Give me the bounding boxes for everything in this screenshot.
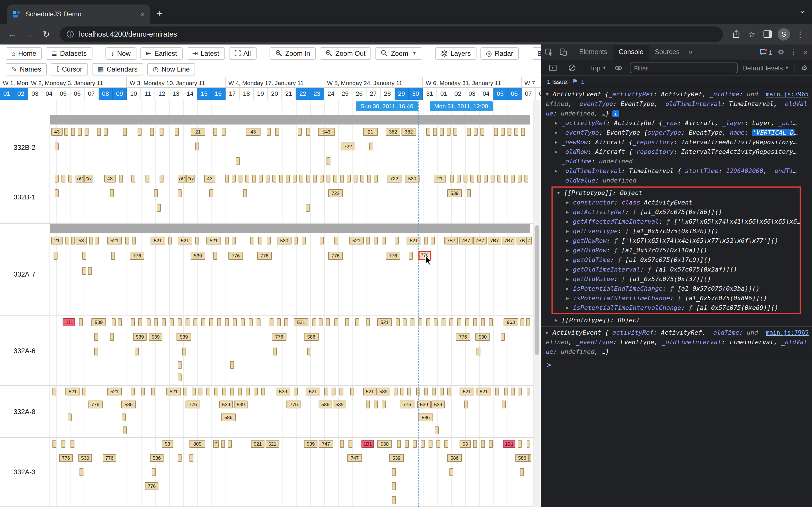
activity-block[interactable]: 543 bbox=[318, 128, 335, 136]
activity-block[interactable]: 521 bbox=[306, 388, 320, 395]
activity-block[interactable]: 530 bbox=[277, 237, 292, 244]
activity-block[interactable] bbox=[221, 128, 225, 136]
activity-block[interactable] bbox=[267, 237, 271, 244]
day-header-cell[interactable]: 31 bbox=[423, 88, 437, 100]
activity-block[interactable] bbox=[392, 468, 396, 476]
activity-block[interactable] bbox=[367, 175, 371, 182]
activity-block[interactable]: 539 bbox=[432, 400, 445, 408]
toolbar-button-earliest[interactable]: ⇤Earliest bbox=[140, 47, 183, 59]
activity-block[interactable] bbox=[457, 318, 461, 326]
console-expand-arrow[interactable]: ▶ bbox=[566, 274, 573, 284]
activity-block[interactable]: 7B7 bbox=[444, 237, 458, 244]
activity-block[interactable] bbox=[320, 237, 324, 244]
activity-block[interactable] bbox=[186, 318, 190, 326]
activity-block[interactable] bbox=[312, 318, 316, 326]
activity-block[interactable]: 539 bbox=[304, 440, 317, 448]
console-source-link[interactable]: main.js:7965 bbox=[766, 90, 809, 99]
activity-block[interactable] bbox=[160, 175, 163, 182]
activity-block[interactable]: 797 bbox=[75, 175, 84, 182]
activity-block[interactable] bbox=[518, 175, 522, 182]
activity-block[interactable] bbox=[55, 175, 59, 182]
activity-block[interactable]: 7B7 bbox=[459, 237, 472, 244]
activity-block[interactable] bbox=[442, 318, 446, 326]
activity-block[interactable]: 521 bbox=[363, 388, 377, 395]
toolbar-button-zoom[interactable]: Zoom▼ bbox=[375, 47, 422, 59]
activity-block[interactable] bbox=[382, 400, 386, 408]
day-header-cell[interactable]: 20 bbox=[268, 88, 282, 100]
activity-block[interactable] bbox=[397, 440, 401, 448]
activity-block[interactable] bbox=[428, 440, 433, 448]
activity-block[interactable] bbox=[132, 237, 136, 244]
activity-block[interactable] bbox=[252, 175, 256, 182]
activity-block[interactable] bbox=[418, 318, 422, 326]
activity-block[interactable] bbox=[154, 189, 158, 197]
activity-block[interactable] bbox=[396, 318, 400, 326]
day-header-cell[interactable]: 30 bbox=[409, 88, 423, 100]
activity-block[interactable] bbox=[250, 237, 254, 244]
activity-block[interactable] bbox=[119, 175, 123, 182]
activity-block[interactable] bbox=[366, 400, 370, 408]
activity-block[interactable] bbox=[320, 175, 324, 182]
info-icon[interactable]: i bbox=[612, 110, 619, 117]
day-header-cell[interactable]: 01 bbox=[0, 88, 14, 100]
activity-block[interactable] bbox=[326, 318, 330, 326]
activity-block[interactable] bbox=[432, 388, 436, 395]
toolbar-button-latest[interactable]: ⇥Latest bbox=[187, 47, 225, 59]
console-expand-arrow[interactable]: ▶ bbox=[555, 128, 562, 137]
activity-block[interactable] bbox=[177, 374, 182, 381]
activity-block[interactable] bbox=[473, 440, 477, 448]
activity-block[interactable] bbox=[236, 157, 240, 165]
activity-block[interactable]: 521 bbox=[177, 237, 192, 244]
console-expand-arrow[interactable]: ▶ bbox=[566, 293, 573, 303]
activity-block[interactable]: 776 bbox=[186, 400, 200, 408]
toolbar-button-home[interactable]: ⌂Home bbox=[6, 47, 42, 59]
day-header-cell[interactable]: 19 bbox=[254, 88, 268, 100]
activity-block[interactable]: 53 bbox=[75, 237, 87, 244]
activity-block[interactable]: 539 bbox=[91, 318, 106, 326]
activity-block[interactable] bbox=[123, 427, 127, 434]
activity-block[interactable] bbox=[82, 267, 86, 275]
activity-block[interactable] bbox=[138, 318, 142, 326]
activity-block[interactable] bbox=[246, 388, 250, 395]
activity-block[interactable] bbox=[467, 128, 471, 136]
console-expand-arrow[interactable]: ▶ bbox=[566, 217, 573, 226]
activity-block[interactable] bbox=[68, 175, 72, 182]
activity-block[interactable] bbox=[410, 318, 414, 326]
activity-block[interactable]: 586 bbox=[221, 413, 236, 421]
activity-block[interactable] bbox=[272, 175, 276, 182]
console-expand-arrow[interactable]: ▶ bbox=[566, 198, 573, 207]
activity-block[interactable] bbox=[123, 128, 127, 136]
console-expand-arrow[interactable]: ▶ bbox=[555, 147, 562, 157]
activity-block[interactable] bbox=[349, 440, 352, 448]
activity-block[interactable] bbox=[168, 237, 172, 244]
devtools-tab-sources[interactable]: Sources bbox=[649, 45, 685, 60]
activity-block[interactable] bbox=[225, 237, 229, 244]
activity-block[interactable]: 521 bbox=[107, 237, 122, 244]
activity-block[interactable] bbox=[407, 388, 411, 395]
activity-block[interactable]: 21 bbox=[434, 175, 446, 182]
share-icon[interactable] bbox=[728, 30, 743, 38]
activity-block[interactable] bbox=[78, 128, 82, 136]
activity-block[interactable]: 776 bbox=[88, 400, 103, 408]
activity-block[interactable] bbox=[511, 175, 515, 182]
activity-block[interactable]: 539 bbox=[191, 252, 205, 260]
activity-block[interactable] bbox=[502, 400, 506, 408]
live-expression-eye-icon[interactable] bbox=[611, 65, 626, 71]
activity-block[interactable] bbox=[233, 318, 237, 326]
activity-block[interactable]: 539 bbox=[447, 189, 462, 197]
activity-block[interactable] bbox=[394, 388, 398, 395]
activity-block[interactable]: 530 bbox=[377, 440, 392, 448]
activity-block[interactable] bbox=[230, 361, 234, 369]
activity-block[interactable] bbox=[110, 189, 114, 197]
activity-block[interactable]: 539 bbox=[377, 388, 390, 395]
day-header-cell[interactable]: 05 bbox=[56, 88, 70, 100]
activity-block[interactable] bbox=[182, 348, 186, 355]
toolbar-button-layers[interactable]: Layers bbox=[435, 47, 476, 59]
activity-block[interactable] bbox=[524, 175, 528, 182]
activity-block[interactable] bbox=[147, 318, 151, 326]
day-header-cell[interactable]: 16 bbox=[211, 88, 225, 100]
activity-block[interactable] bbox=[160, 128, 163, 136]
activity-block[interactable]: 521 bbox=[294, 318, 308, 326]
activity-block[interactable]: 539 bbox=[149, 333, 162, 341]
activity-block[interactable] bbox=[480, 128, 485, 136]
